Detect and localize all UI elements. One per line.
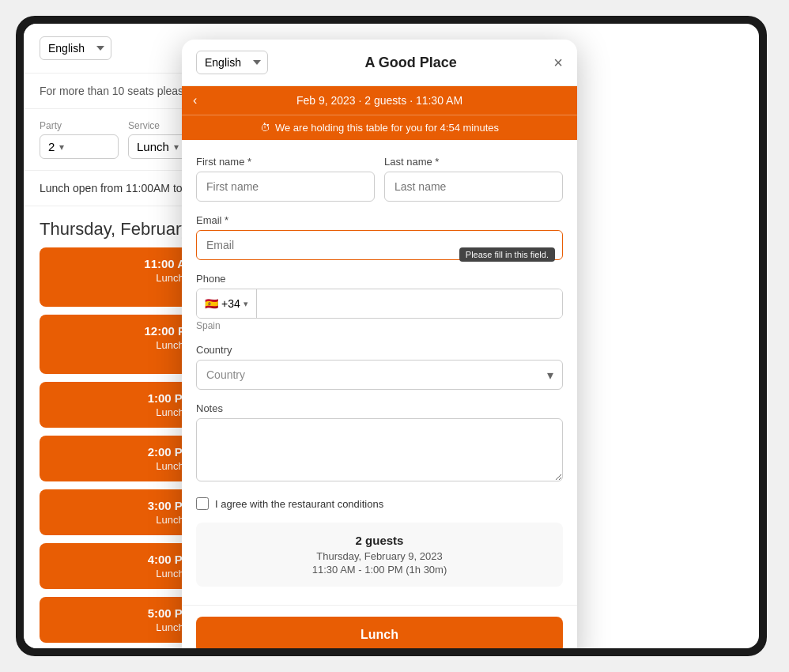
phone-flag: 🇪🇸 xyxy=(205,297,218,310)
first-name-group: First name * xyxy=(196,156,375,202)
country-group: Country Country Spain France Germany Uni… xyxy=(196,344,563,390)
lang-select-back[interactable]: English Spanish French xyxy=(40,36,111,60)
last-name-input[interactable] xyxy=(384,172,563,202)
agree-row: I agree with the restaurant conditions xyxy=(196,497,563,510)
notes-label: Notes xyxy=(196,402,563,414)
summary-date: Thursday, February 9, 2023 xyxy=(209,550,550,562)
submit-button[interactable]: Lunch xyxy=(196,617,563,648)
summary-guests: 2 guests xyxy=(209,534,550,547)
email-group: Email * Please fill in this field. xyxy=(196,214,563,260)
front-modal-title: A Good Place xyxy=(364,55,456,71)
lang-select-front[interactable]: English Spanish French xyxy=(196,51,268,74)
party-filter-group: Party 2 ▾ xyxy=(40,120,119,159)
booking-bar-back-arrow[interactable]: ‹ xyxy=(193,93,197,108)
party-filter-label: Party xyxy=(40,120,119,131)
party-chevron-icon: ▾ xyxy=(59,142,64,153)
front-modal-footer: Lunch xyxy=(182,605,577,648)
phone-prefix-code: +34 xyxy=(221,297,240,310)
phone-prefix[interactable]: 🇪🇸 +34 ▾ xyxy=(197,289,257,318)
party-select[interactable]: 2 ▾ xyxy=(40,134,119,159)
front-modal-close-button[interactable]: × xyxy=(553,55,563,70)
email-label: Email * xyxy=(196,214,563,226)
last-name-group: Last name * xyxy=(384,156,563,202)
service-value: Lunch xyxy=(137,140,169,153)
front-modal: English Spanish French A Good Place × ‹ … xyxy=(182,40,577,648)
first-name-input[interactable] xyxy=(196,172,375,202)
booking-bar-text: Feb 9, 2023 · 2 guests · 11:30 AM xyxy=(296,94,462,107)
summary-time: 11:30 AM - 1:00 PM (1h 30m) xyxy=(209,564,550,576)
holding-bar: ⏱ We are holding this table for you for … xyxy=(182,115,577,140)
phone-group: Phone 🇪🇸 +34 ▾ Spain xyxy=(196,273,563,331)
phone-row: 🇪🇸 +34 ▾ xyxy=(196,289,563,319)
holding-text: We are holding this table for you for 4:… xyxy=(275,122,499,134)
agree-checkbox[interactable] xyxy=(196,497,209,510)
country-select[interactable]: Country Spain France Germany United King… xyxy=(196,360,563,390)
country-select-wrapper: Country Spain France Germany United King… xyxy=(196,360,563,390)
device-frame: English Spanish French A Good Place × Fo… xyxy=(16,16,767,656)
email-error-tooltip: Please fill in this field. xyxy=(459,247,555,262)
notes-textarea[interactable] xyxy=(196,418,563,481)
name-row: First name * Last name * xyxy=(196,156,563,202)
booking-summary: 2 guests Thursday, February 9, 2023 11:3… xyxy=(196,523,563,587)
device-screen: English Spanish French A Good Place × Fo… xyxy=(24,24,759,648)
clock-icon: ⏱ xyxy=(260,122,270,134)
party-value: 2 xyxy=(48,140,55,153)
front-modal-body: First name * Last name * Email * Please … xyxy=(182,140,577,605)
service-chevron-icon: ▾ xyxy=(174,142,179,153)
front-modal-header: English Spanish French A Good Place × xyxy=(182,40,577,86)
first-name-label: First name * xyxy=(196,156,375,168)
agree-label: I agree with the restaurant conditions xyxy=(215,498,383,510)
country-label: Country xyxy=(196,344,563,356)
phone-input[interactable] xyxy=(257,289,562,318)
notes-group: Notes xyxy=(196,402,563,485)
phone-prefix-chevron-icon: ▾ xyxy=(243,299,248,309)
booking-bar: ‹ Feb 9, 2023 · 2 guests · 11:30 AM xyxy=(182,86,577,115)
last-name-label: Last name * xyxy=(384,156,563,168)
phone-country-hint: Spain xyxy=(196,320,563,331)
phone-label: Phone xyxy=(196,273,563,285)
